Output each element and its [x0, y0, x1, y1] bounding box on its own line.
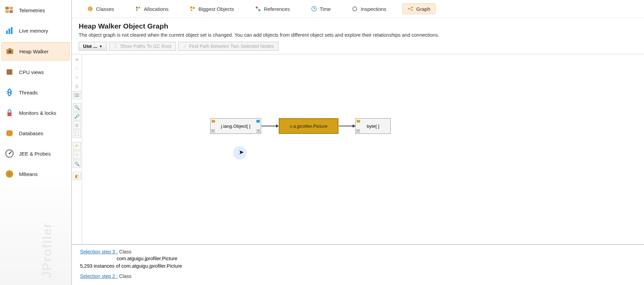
sidebar-item-label: Telemetries [19, 7, 45, 13]
svg-rect-46 [256, 120, 260, 123]
sidebar-item-live-memory[interactable]: Live memory [0, 20, 71, 41]
sidebar-item-label: Live memory [19, 28, 48, 34]
svg-rect-9 [8, 48, 11, 49]
expand-right-icon[interactable]: + [257, 129, 260, 133]
cursor-icon: ➤ [239, 148, 244, 156]
toolbar: Use ... ▼ Show Paths To GC Root Find Pat… [72, 40, 644, 54]
sidebar-item-databases[interactable]: Databases [0, 123, 71, 143]
flag-tool-icon[interactable]: ⚑ [73, 56, 81, 64]
chevron-down-icon: ▼ [99, 44, 102, 48]
sidebar-item-label: CPU views [19, 69, 44, 75]
sidebar-item-heap-walker[interactable]: Heap Walker [1, 42, 70, 60]
graph-node-byte-array[interactable]: byte[ ] + [355, 118, 391, 134]
svg-rect-41 [411, 7, 413, 8]
svg-rect-31 [193, 7, 195, 9]
node-badge-icon [211, 119, 215, 123]
live-memory-icon [4, 25, 15, 36]
databases-icon [4, 128, 15, 139]
svg-rect-18 [7, 112, 12, 116]
sidebar-item-label: MBeans [19, 171, 38, 177]
svg-point-23 [9, 153, 10, 154]
node-label: j.lang.Object[ ] [221, 124, 250, 129]
use-dropdown[interactable]: Use ... ▼ [79, 42, 107, 51]
probes-icon [4, 148, 15, 159]
selection-step-2-link[interactable]: Selection step 2 : [80, 273, 118, 279]
delete-tool-icon[interactable]: ✕ [73, 73, 81, 82]
selection-step-3-count: 5,293 instances of com.atguigu.jprofiler… [80, 263, 636, 269]
fit-screen-icon[interactable]: ⛶ [73, 130, 81, 138]
find-tool-icon[interactable]: 🔍 [73, 160, 81, 168]
sidebar-item-cpu-views[interactable]: CPU views [0, 62, 71, 82]
svg-rect-32 [191, 10, 192, 11]
svg-rect-2 [5, 10, 9, 13]
tab-label: References [264, 6, 290, 12]
sidebar-item-monitors-locks[interactable]: Monitors & locks [0, 103, 71, 123]
svg-rect-29 [136, 9, 138, 11]
flag-remove-tool-icon[interactable]: ⚐ [73, 65, 81, 73]
expand-left-icon[interactable]: + [356, 129, 360, 133]
zoom-out-icon[interactable]: 🔎 [73, 112, 81, 120]
watermark: JProfiler [40, 222, 54, 278]
use-label: Use ... [83, 43, 97, 49]
sidebar-item-telemetries[interactable]: Telemetries [0, 0, 71, 20]
svg-text:C: C [89, 7, 91, 11]
inspections-icon [352, 6, 358, 12]
sidebar-item-label: JEE & Probes [19, 151, 51, 157]
tab-label: Time [320, 6, 331, 12]
allocations-icon [135, 6, 141, 12]
graph-node-picture[interactable]: c.a.jprofiler.Picture [279, 118, 338, 134]
tab-classes[interactable]: C Classes [82, 3, 119, 14]
tab-allocations[interactable]: Allocations [130, 3, 174, 14]
tab-label: Biggest Objects [198, 6, 234, 12]
sidebar-item-label: Monitors & locks [19, 110, 56, 116]
graph-canvas[interactable]: j.lang.Object[ ] + + c.a.jprofiler.Pictu… [82, 54, 644, 244]
references-icon [255, 6, 261, 12]
undo-icon[interactable]: ↶ [73, 142, 81, 150]
node-badge-icon [356, 119, 360, 123]
tab-references[interactable]: References [250, 3, 295, 14]
sidebar-item-mbeans[interactable]: MBeans [0, 164, 71, 184]
svg-rect-40 [408, 8, 409, 10]
zoom-reset-icon[interactable]: ⊙ [73, 121, 81, 129]
node-badge-icon [256, 119, 260, 123]
tab-time[interactable]: Time [306, 3, 336, 14]
time-icon [311, 6, 317, 12]
classes-icon: C [87, 6, 93, 12]
telemetries-icon [4, 5, 15, 16]
svg-rect-45 [212, 120, 215, 123]
tab-graph[interactable]: Graph [402, 3, 435, 14]
tab-label: Graph [416, 6, 430, 12]
redo-icon[interactable]: ↷ [73, 151, 81, 159]
graph-node-object-array[interactable]: j.lang.Object[ ] + + [210, 118, 261, 134]
selection-step-3-class: com.atguigu.jprofiler.Picture [117, 256, 636, 261]
sidebar-item-threads[interactable]: Threads [0, 82, 71, 103]
findpath-label: Find Path Between Two Selected Nodes [189, 43, 274, 49]
svg-line-43 [409, 7, 411, 9]
tab-biggest-objects[interactable]: Biggest Objects [184, 3, 239, 14]
expand-left-icon[interactable]: + [211, 129, 215, 133]
svg-rect-30 [190, 6, 192, 8]
selection-step-3-link[interactable]: Selection step 3 : [80, 249, 118, 254]
export-icon[interactable]: ◧ [73, 172, 81, 180]
svg-rect-4 [6, 31, 8, 34]
sidebar-item-label: Heap Walker [19, 49, 48, 54]
sidebar-item-label: Databases [19, 130, 43, 136]
sidebar-item-jee-probes[interactable]: JEE & Probes [0, 143, 71, 164]
zoom-in-icon[interactable]: 🔍 [73, 103, 81, 111]
main-area: C Classes Allocations Biggest Objects Re… [72, 0, 644, 285]
graph-tool-palette: ⚑ ⚐ ✕ 🗑 ⌧ 🔍 🔎 ⊙ ⛶ ↶ ↷ 🔍 ◧ [72, 54, 82, 244]
page-description: The object graph is not cleared when the… [79, 32, 637, 38]
sidebar-item-label: Threads [19, 90, 38, 95]
svg-point-8 [8, 50, 11, 53]
svg-rect-1 [9, 7, 13, 10]
tab-inspections[interactable]: Inspections [347, 3, 391, 14]
graph-edge [339, 126, 355, 126]
threads-icon [4, 87, 15, 98]
selection-step-3-type: Class [118, 249, 131, 254]
selection-history-panel: Selection step 3 : Class com.atguigu.jpr… [72, 244, 644, 285]
cleanup-tool-icon[interactable]: ⌧ [73, 91, 81, 99]
graph-container: ⚑ ⚐ ✕ 🗑 ⌧ 🔍 🔎 ⊙ ⛶ ↶ ↷ 🔍 ◧ j.lang.Object[… [72, 54, 644, 244]
trash-tool-icon[interactable]: 🗑 [73, 82, 81, 90]
graph-icon [407, 6, 413, 12]
tab-label: Allocations [144, 6, 169, 12]
